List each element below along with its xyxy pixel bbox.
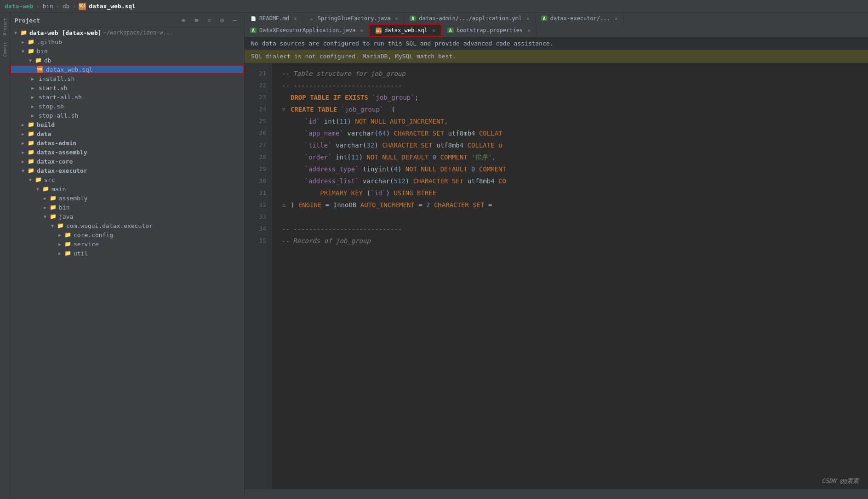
tree-item-stop-sh[interactable]: ▶ stop.sh [10,102,244,111]
line-numbers: 21 22 23 24 25 26 27 28 29 30 31 32 33 3… [245,63,272,489]
sidebar-settings-icon[interactable]: ⚙ [217,16,227,25]
tab-application-yml[interactable]: A datax-admin/.../application.yml ✕ [404,13,536,24]
tree-item-install-sh[interactable]: ▶ install.sh [10,74,244,83]
code-line-28: `order` int ( 11 ) NOT NULL DEFAULT 0 CO… [281,151,868,163]
breadcrumb-item-2[interactable]: bin [42,3,53,10]
breadcrumb-item-1[interactable]: data-web [5,3,34,10]
tree-item-datax-admin[interactable]: ▶ 📁 datax-admin [10,138,244,147]
folder-icon-datax-admin: 📁 [27,139,35,147]
tree-item-datax-executor[interactable]: ▼ 📁 datax-executor [10,166,244,175]
sidebar-collapse-icon[interactable]: ≡ [192,16,201,25]
code-29-col: `address_type` [305,163,359,175]
tab-spring-glue[interactable]: ☕ SpringGlueFactory.java ✕ [303,13,405,24]
tree-item-assembly[interactable]: ▶ 📁 assembly [10,193,244,203]
tab-bootstrap-props[interactable]: A bootstrap.properties ✕ [442,24,537,37]
fold-icon-32[interactable]: △ [282,199,286,211]
tree-item-start-sh[interactable]: ▶ start.sh [10,83,244,92]
tab-close-spring-glue[interactable]: ✕ [395,16,399,22]
code-26-kw: CHARACTER SET [394,127,445,139]
tree-item-src[interactable]: ▼ 📁 src [10,175,244,184]
code-line-30: `address_list` varchar ( 512 ) CHARACTER… [281,175,868,187]
sidebar-filter-icon[interactable]: ≈ [205,16,214,25]
tree-item-java[interactable]: ▼ 📁 java [10,212,244,221]
code-line-27: `title` varchar ( 32 ) CHARACTER SET utf… [281,139,868,151]
tab-datax-web-sql[interactable]: SQL datax_web.sql ✕ [369,24,442,37]
tab-readme[interactable]: 📄 README.md ✕ [245,13,303,24]
tree-label-install-sh: install.sh [39,75,74,82]
code-28-punc2: ) [359,151,363,163]
fold-icon-24[interactable]: ▽ [282,103,286,115]
tree-label-datax-web-sql: datax_web.sql [46,66,93,73]
breadcrumb-sep-1: › [36,3,40,10]
tab-close-datax-web-sql[interactable]: ✕ [432,28,435,34]
code-24-punc: ( [383,103,395,115]
tab-label-datax-web-sql: datax_web.sql [384,27,428,34]
code-32-eq: = InnoDB [321,199,360,211]
breadcrumb-item-3[interactable]: db [63,3,70,10]
code-28-num2: 0 [433,151,436,163]
tree-item-main[interactable]: ▼ 📁 main [10,184,244,193]
tab-close-bootstrap[interactable]: ✕ [527,28,531,34]
tree-item-datax-core[interactable]: ▶ 📁 datax-core [10,157,244,166]
commit-strip-tab[interactable]: Commit [2,39,8,60]
tab-close-executor-app[interactable]: ✕ [615,16,618,22]
breadcrumb-bar: data-web › bin › db › SQL datax_web.sql [0,0,868,13]
code-29-punc1: ( [390,163,394,175]
tree-item-start-all-sh[interactable]: ▶ start-all.sh [10,92,244,102]
tree-item-util[interactable]: ▶ 📁 util [10,249,244,258]
project-strip-tab[interactable]: Project [2,15,8,38]
ln-31: 31 [245,187,266,199]
arrow-java: ▼ [41,213,49,220]
tree-item-root[interactable]: ▼ 📁 data-web [datax-web] ~/workspace/ide… [10,28,244,37]
tab-close-executor-java[interactable]: ✕ [360,28,364,34]
tree-item-bin2[interactable]: ▶ 📁 bin [10,203,244,212]
code-26-punc2: ) [386,127,390,139]
tree-item-db[interactable]: ▼ 📁 db [10,56,244,65]
tree-label-stop-all-sh: stop-all.sh [39,112,78,119]
sidebar-locate-icon[interactable]: ⊕ [179,16,188,25]
tree-label-root: data-web [datax-web] [29,29,102,36]
tree-item-data[interactable]: ▶ 📁 data [10,129,244,138]
sidebar-close-icon[interactable]: − [230,16,240,25]
code-26-typ: varchar [347,127,374,139]
code-lines[interactable]: -- Table structure for job_group -- ----… [272,63,868,489]
tab-close-app-yml[interactable]: ✕ [526,16,530,22]
tab-datax-executor-java[interactable]: A DataXExecutorApplication.java ✕ [245,24,369,37]
sql-file-icon: SQL [36,66,44,73]
tree-label-datax-assembly: datax-assembly [37,149,87,156]
tree-item-build[interactable]: ▶ 📁 build [10,120,244,129]
folder-icon-bin2: 📁 [49,204,57,211]
code-26-num: 64 [378,127,386,139]
tree-item-stop-all-sh[interactable]: ▶ stop-all.sh [10,111,244,120]
tree-item-bin[interactable]: ▼ 📁 bin [10,46,244,56]
code-26-punc1: ( [374,127,378,139]
code-27-punc2: ) [374,139,378,151]
tree-item-datax-assembly[interactable]: ▶ 📁 datax-assembly [10,147,244,157]
code-area: 📄 README.md ✕ ☕ SpringGlueFactory.java ✕… [245,13,868,499]
code-28-punc1: ( [347,151,351,163]
code-content[interactable]: 21 22 23 24 25 26 27 28 29 30 31 32 33 3… [245,63,868,489]
folder-icon-datax-core: 📁 [27,158,35,165]
sidebar-tree[interactable]: ▼ 📁 data-web [datax-web] ~/workspace/ide… [10,28,244,499]
folder-icon-util: 📁 [63,250,72,257]
tree-item-service[interactable]: ▶ 📁 service [10,239,244,249]
code-25-punc1: ( [336,115,339,127]
folder-icon-java: 📁 [49,213,57,220]
tree-item-com-wugui[interactable]: ▼ 📁 com.wugui.datax.executor [10,221,244,230]
code-29-num: 4 [394,163,397,175]
ln-32: 32 [245,199,266,211]
code-30-co: CO [498,175,506,187]
tree-item-datax-web-sql[interactable]: SQL datax_web.sql [10,65,244,74]
arrow-data: ▶ [19,130,27,137]
sh-icon-start-all: ▶ [29,93,37,101]
sidebar: Project ⊕ ≡ ≈ ⚙ − ▼ 📁 data-web [datax-we… [10,13,245,499]
tree-item-core-config[interactable]: ▶ 📁 core.config [10,230,244,239]
tree-item-github[interactable]: ▶ 📁 .github [10,37,244,46]
tab-label-datax-executor-java: DataXExecutorApplication.java [259,27,356,34]
arrow-root: ▼ [12,29,19,36]
code-21-cmt: -- Table structure for job_group [281,68,405,79]
tab-label-readme: README.md [259,15,289,22]
tab-datax-executor-app[interactable]: A datax-executor/... ✕ [536,13,624,24]
tree-label-start-sh: start.sh [39,85,68,91]
tab-close-readme[interactable]: ✕ [294,16,297,22]
